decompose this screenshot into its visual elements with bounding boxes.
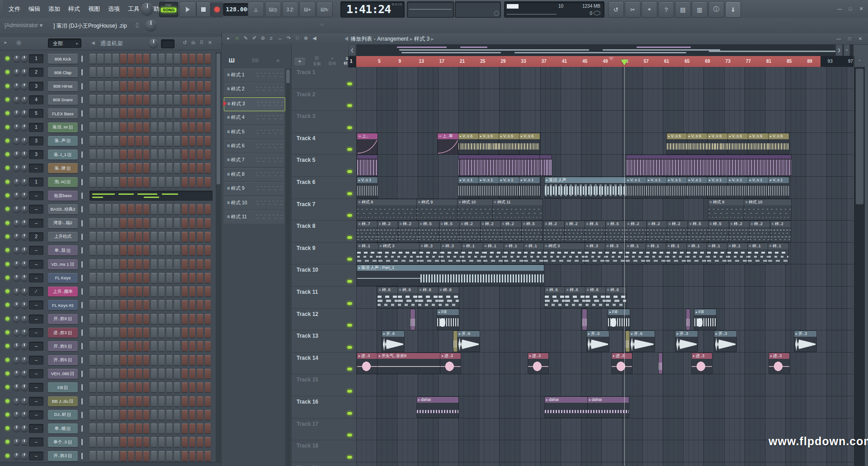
channel-button-808 Clap[interactable]: 808 Clap	[48, 67, 78, 77]
step-button[interactable]	[151, 177, 157, 187]
volume-knob[interactable]	[21, 165, 28, 171]
info-icon[interactable]: ⓘ	[708, 1, 724, 18]
record-button[interactable]	[211, 2, 223, 17]
pan-knob[interactable]	[14, 412, 20, 418]
channel-button-FLEX Bass[interactable]: FLEX Bass	[48, 108, 78, 118]
step-button[interactable]	[205, 232, 211, 242]
step-button[interactable]	[159, 328, 165, 338]
channel-button-开..效6[interactable]: 开..效6	[48, 355, 78, 365]
clip-样..6[interactable]: ≡样..6	[418, 287, 439, 308]
step-button[interactable]	[143, 314, 150, 324]
channel-mute-led[interactable]	[5, 125, 9, 129]
volume-knob[interactable]	[21, 439, 28, 445]
oscilloscope-panel[interactable]	[407, 1, 454, 18]
step-button[interactable]	[159, 451, 165, 461]
clip-上..率[interactable]: ∞上..率	[438, 133, 458, 154]
step-button[interactable]	[143, 177, 150, 187]
transport-option-button-2[interactable]: 3.2:	[282, 2, 298, 17]
clip[interactable]	[458, 155, 540, 176]
channel-mute-led[interactable]	[5, 276, 9, 280]
step-button[interactable]	[113, 136, 119, 146]
step-button[interactable]	[128, 163, 134, 173]
step-button[interactable]	[197, 314, 203, 324]
pattern-row-6[interactable]: ≡ 样式 6	[224, 140, 284, 153]
volume-knob[interactable]	[21, 261, 28, 268]
step-button[interactable]	[143, 300, 150, 310]
step-button[interactable]	[159, 396, 165, 406]
clip-开..3[interactable]: ▸开..3	[714, 331, 736, 352]
clip-V..s 6[interactable]: ▸V..s 6	[667, 133, 687, 154]
step-button[interactable]	[90, 382, 96, 392]
step-button[interactable]	[182, 287, 188, 297]
channel-number[interactable]: --	[29, 260, 43, 269]
step-button[interactable]	[90, 54, 96, 64]
step-button[interactable]	[143, 54, 150, 64]
step-button[interactable]	[151, 300, 157, 310]
step-button[interactable]	[159, 437, 165, 447]
channel-button-落..声[interactable]: 落..声	[48, 136, 78, 146]
pan-knob[interactable]	[14, 425, 20, 432]
clip-开..3[interactable]: ▸开..3	[587, 331, 609, 352]
volume-knob[interactable]	[21, 234, 28, 240]
clip-样..5[interactable]: ≡样..5	[606, 221, 626, 242]
pan-knob[interactable]	[14, 165, 20, 171]
step-button[interactable]	[151, 273, 157, 283]
step-button[interactable]	[120, 95, 127, 105]
channel-mute-led[interactable]	[5, 262, 9, 266]
track-header-11[interactable]: Track 11	[292, 287, 356, 309]
channel-number[interactable]: 1	[29, 178, 43, 187]
step-button[interactable]	[159, 259, 165, 269]
clip-样..1[interactable]: ≡样..1	[524, 243, 544, 264]
pattern-row-2[interactable]: ≡ 样式 2	[224, 83, 284, 96]
track-enable-led[interactable]	[347, 213, 353, 217]
clip-样..5[interactable]: ≡样..5	[439, 221, 460, 242]
step-button[interactable]	[136, 328, 142, 338]
volume-knob[interactable]	[21, 384, 28, 391]
step-button[interactable]	[136, 314, 142, 324]
step-button[interactable]	[166, 314, 173, 324]
clip-样..6[interactable]: ≡样..6	[545, 287, 565, 308]
play-icon[interactable]: ▸	[224, 35, 233, 41]
clip-样..6[interactable]: ≡样..6	[565, 287, 585, 308]
step-button[interactable]	[97, 218, 104, 228]
transport-option-button-1[interactable]: Ш◷	[265, 2, 281, 17]
clip-V..s 6[interactable]: ▸V..s 6	[458, 133, 479, 154]
clip-样..2[interactable]: ≡样..2	[565, 221, 585, 242]
step-button[interactable]	[205, 424, 211, 433]
pan-knob[interactable]	[14, 234, 20, 240]
clip-进..3[interactable]: ▸进..3	[692, 353, 712, 374]
download-icon[interactable]: ⇓	[725, 1, 741, 18]
step-button[interactable]	[97, 314, 104, 324]
pan-knob[interactable]	[14, 453, 20, 459]
step-button[interactable]	[120, 232, 127, 242]
track-enable-led[interactable]	[347, 169, 353, 174]
step-button[interactable]	[136, 396, 142, 406]
song-label[interactable]: SONG	[161, 8, 176, 12]
piano-roll-preview[interactable]	[90, 191, 212, 201]
step-button[interactable]	[97, 382, 104, 392]
step-button[interactable]	[174, 300, 180, 310]
step-button[interactable]	[159, 300, 165, 310]
channel-mute-led[interactable]	[5, 248, 9, 252]
clip-开..3[interactable]: ▸开..3	[794, 331, 816, 352]
step-button[interactable]	[189, 95, 196, 105]
step-button[interactable]	[97, 177, 104, 187]
channel-number[interactable]: 3	[29, 137, 43, 146]
step-button[interactable]	[90, 355, 96, 365]
clip-样..3[interactable]: ≡样..3	[605, 243, 626, 264]
step-button[interactable]	[174, 177, 180, 187]
step-button[interactable]	[128, 451, 134, 461]
step-button[interactable]	[90, 122, 96, 132]
step-button[interactable]	[90, 300, 96, 310]
playlist-scroll-minimap[interactable]	[356, 44, 854, 56]
clip-落泪 人声 - Part_1[interactable]: ▸落泪 人声 - Part_1	[357, 265, 544, 286]
step-button[interactable]	[113, 163, 119, 173]
step-button[interactable]	[136, 341, 142, 351]
step-button[interactable]	[120, 314, 127, 324]
step-button[interactable]	[90, 369, 96, 379]
step-button[interactable]	[143, 218, 150, 228]
step-button[interactable]	[174, 245, 180, 255]
step-button[interactable]	[151, 424, 157, 433]
clip-V..s 1[interactable]: ▸V..s 1	[626, 177, 646, 198]
step-button[interactable]	[159, 218, 165, 228]
